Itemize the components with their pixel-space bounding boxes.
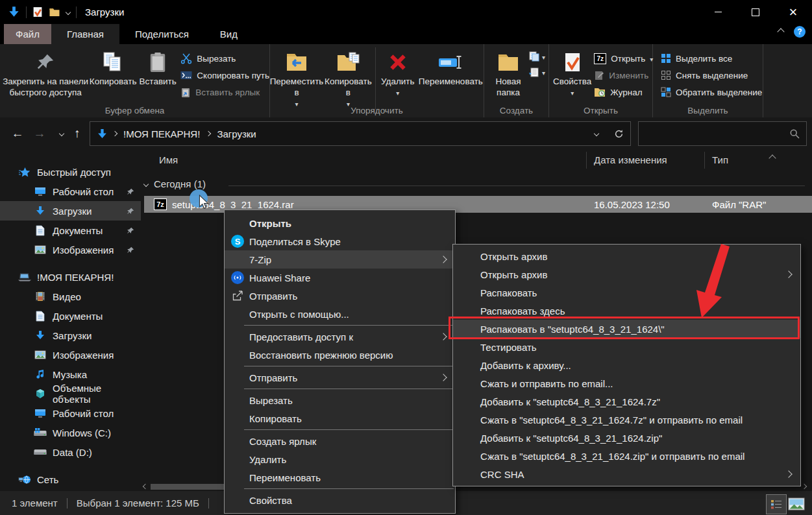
search-icon[interactable] — [789, 128, 800, 139]
group-header-today[interactable]: Сегодня (1) — [144, 178, 206, 189]
sidebar-item-pictures-pinned[interactable]: Изображения — [0, 240, 141, 259]
menu-item-send-to[interactable]: Отправить — [225, 368, 455, 387]
menu-item-properties[interactable]: Свойства — [225, 491, 455, 509]
forward-button[interactable]: → — [30, 124, 49, 143]
paste-button[interactable]: Вставить — [138, 46, 178, 101]
help-icon[interactable] — [794, 26, 806, 38]
minimize-button[interactable] — [699, 0, 737, 24]
maximize-button[interactable] — [737, 0, 774, 24]
column-divider[interactable] — [704, 152, 705, 169]
sidebar-item-documents[interactable]: Документы — [0, 306, 141, 326]
edit-button[interactable]: Изменить — [594, 67, 653, 84]
sidebar-item-3d-objects[interactable]: Объемные объекты — [0, 384, 141, 403]
sidebar-item-network[interactable]: Сеть — [0, 470, 141, 489]
column-header-name[interactable]: Имя — [159, 154, 178, 165]
search-input[interactable] — [639, 128, 789, 139]
new-folder-qat-icon[interactable] — [49, 7, 60, 17]
pin-to-quick-access-button[interactable]: Закрепить на панели быстрого доступа — [3, 46, 88, 101]
submenu-item-open-archive-as[interactable]: Открыть архив — [453, 265, 800, 283]
sidebar-item-windows-c[interactable]: Windows (C:) — [0, 423, 141, 442]
select-all-button[interactable]: Выделить все — [661, 50, 762, 67]
menu-item-huawei-share[interactable]: Huawei Share — [225, 269, 455, 287]
address-bar[interactable]: !МОЯ ПЕКАРНЯ! Загрузки — [90, 121, 608, 146]
scroll-left-icon[interactable] — [143, 484, 148, 489]
tab-file[interactable]: Файл — [4, 24, 51, 44]
properties-button[interactable]: Свойства — [553, 46, 591, 101]
address-dropdown-icon[interactable] — [594, 131, 599, 136]
menu-item-copy[interactable]: Копировать — [225, 409, 455, 427]
submenu-item-add-to-zip[interactable]: Добавить к "setuptc64_8_3_21_1624.zip" — [453, 429, 800, 447]
tab-home[interactable]: Главная — [51, 24, 119, 44]
up-button[interactable]: ↑ — [68, 124, 87, 143]
sidebar-item-quick-access[interactable]: Быстрый доступ — [0, 162, 141, 182]
desktop-icon — [34, 407, 47, 419]
thumbnail-view-button[interactable] — [787, 494, 806, 513]
sidebar-item-desktop[interactable]: Рабочий стол — [0, 403, 141, 423]
submenu-item-test[interactable]: Тестировать — [453, 338, 800, 356]
submenu-item-compress-7z-email[interactable]: Сжать в "setuptc64_8_3_21_1624.7z" и отп… — [453, 411, 800, 429]
submenu-item-compress-email[interactable]: Сжать и отправить по email... — [453, 374, 800, 392]
refresh-button[interactable] — [607, 121, 631, 146]
copy-to-button[interactable]: Копировать в — [323, 46, 373, 110]
easy-access-button[interactable] — [528, 51, 545, 62]
open-button[interactable]: 7z Открыть — [594, 50, 653, 67]
submenu-item-extract[interactable]: Распаковать — [453, 283, 800, 302]
submenu-item-crc-sha[interactable]: CRC SHA — [453, 465, 800, 483]
sidebar-item-documents-pinned[interactable]: Документы — [0, 221, 141, 240]
column-header-date[interactable]: Дата изменения — [594, 154, 667, 165]
paste-shortcut-button[interactable]: Вставить ярлык — [180, 84, 269, 101]
sidebar-item-desktop-pinned[interactable]: Рабочий стол — [0, 182, 141, 201]
submenu-item-add-to-7z[interactable]: Добавить к "setuptc64_8_3_21_1624.7z" — [453, 392, 800, 411]
properties-qat-icon[interactable] — [32, 6, 43, 18]
collapse-ribbon-icon[interactable] — [777, 28, 784, 35]
submenu-item-add-to-archive[interactable]: Добавить к архиву... — [453, 356, 800, 374]
scroll-right-icon[interactable] — [802, 484, 807, 489]
delete-button[interactable]: Удалить — [378, 46, 418, 110]
3d-objects-icon — [34, 388, 47, 400]
menu-item-restore-previous[interactable]: Восстановить прежнюю версию — [225, 346, 455, 364]
menu-item-create-shortcut[interactable]: Создать ярлык — [225, 432, 455, 450]
menu-item-open[interactable]: Открыть — [225, 214, 455, 232]
details-view-button[interactable] — [766, 494, 787, 514]
sort-ascending-icon[interactable] — [769, 154, 776, 162]
breadcrumb-computer[interactable]: !МОЯ ПЕКАРНЯ! — [123, 128, 200, 139]
tab-view[interactable]: Вид — [204, 24, 253, 44]
select-none-button[interactable]: Снять выделение — [661, 67, 762, 84]
sidebar-item-music[interactable]: Музыка — [0, 365, 141, 384]
horizontal-scrollbar-thumb[interactable] — [151, 484, 224, 490]
copy-path-button[interactable]: Скопировать путь — [180, 67, 269, 84]
sidebar-item-downloads-pinned[interactable]: Загрузки — [0, 201, 141, 221]
menu-item-7zip[interactable]: 7-Zip — [225, 250, 455, 269]
rename-button[interactable]: Переименовать — [418, 46, 484, 110]
menu-item-share-skype[interactable]: S Поделиться в Skype — [225, 232, 455, 250]
new-folder-button[interactable]: Новая папка — [488, 46, 528, 98]
sidebar-item-pictures[interactable]: Изображения — [0, 345, 141, 365]
sidebar-item-downloads[interactable]: Загрузки — [0, 326, 141, 345]
submenu-item-compress-zip-email[interactable]: Сжать в "setuptc64_8_3_21_1624.zip" и от… — [453, 447, 800, 465]
sidebar-item-data-d[interactable]: Data (D:) — [0, 442, 141, 462]
breadcrumb-folder[interactable]: Загрузки — [217, 128, 256, 139]
menu-item-rename[interactable]: Переименовать — [225, 468, 455, 486]
back-button[interactable]: ← — [8, 124, 27, 143]
tab-share[interactable]: Поделиться — [119, 24, 204, 44]
move-to-button[interactable]: Переместить в — [270, 46, 323, 110]
group-collapse-icon[interactable] — [143, 181, 149, 186]
menu-item-delete[interactable]: Удалить — [225, 450, 455, 468]
invert-selection-button[interactable]: Обратить выделение — [661, 84, 762, 101]
new-item-caret-icon — [542, 67, 545, 77]
copy-button[interactable]: Копировать — [88, 46, 138, 101]
sidebar-item-videos[interactable]: Видео — [0, 287, 141, 306]
history-button[interactable]: Журнал — [594, 84, 653, 101]
menu-item-share[interactable]: Отправить — [225, 287, 455, 305]
cut-button[interactable]: Вырезать — [180, 50, 269, 67]
column-divider[interactable] — [586, 152, 587, 169]
menu-item-give-access[interactable]: Предоставить доступ к — [225, 328, 455, 346]
menu-item-open-with[interactable]: Открыть с помощью... — [225, 305, 455, 323]
column-header-type[interactable]: Тип — [712, 154, 728, 165]
menu-item-cut[interactable]: Вырезать — [225, 391, 455, 409]
sidebar-item-this-pc[interactable]: !МОЯ ПЕКАРНЯ! — [0, 267, 141, 287]
close-button[interactable] — [774, 0, 812, 24]
qat-customize-chevron-icon[interactable] — [66, 9, 71, 14]
new-item-button[interactable] — [528, 67, 545, 78]
submenu-item-open-archive[interactable]: Открыть архив — [453, 247, 800, 265]
